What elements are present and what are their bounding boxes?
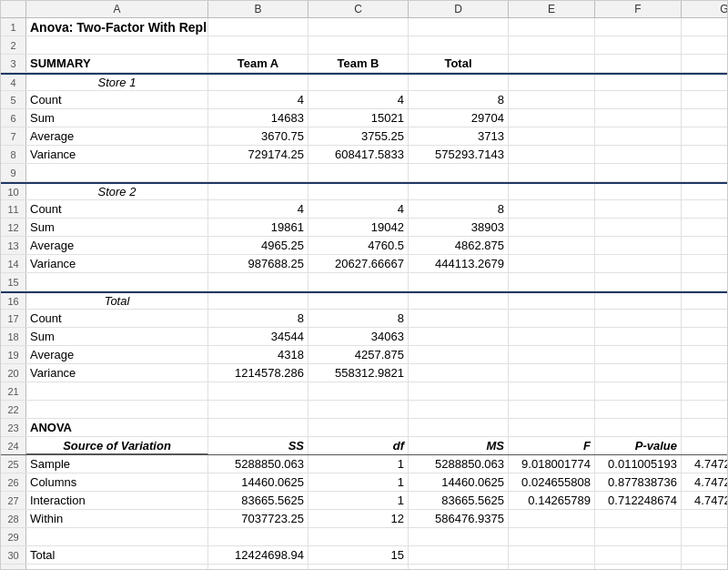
- cell-8-A[interactable]: Variance: [26, 146, 208, 163]
- cell-26-B[interactable]: 14460.0625: [208, 473, 308, 491]
- cell-10-G[interactable]: [682, 184, 728, 199]
- cell-6-G[interactable]: [682, 109, 728, 127]
- cell-4-A[interactable]: Store 1: [26, 75, 208, 90]
- cell-25-A[interactable]: Sample: [26, 455, 208, 473]
- cell-10-A[interactable]: Store 2: [26, 184, 208, 199]
- cell-29-E[interactable]: [509, 528, 595, 545]
- cell-7-B[interactable]: 3670.75: [208, 127, 308, 145]
- cell-16-G[interactable]: [682, 293, 728, 309]
- cell-7-A[interactable]: Average: [26, 127, 208, 145]
- cell-24-A[interactable]: Source of Variation: [26, 437, 208, 454]
- cell-2-F[interactable]: [595, 36, 682, 54]
- cell-17-C[interactable]: 8: [308, 310, 409, 327]
- cell-23-A[interactable]: ANOVA: [26, 419, 208, 436]
- cell-26-D[interactable]: 14460.0625: [409, 473, 509, 491]
- cell-8-F[interactable]: [595, 146, 682, 163]
- cell-20-F[interactable]: [595, 364, 682, 382]
- cell-19-F[interactable]: [595, 346, 682, 363]
- cell-28-E[interactable]: [509, 510, 595, 527]
- cell-11-D[interactable]: 8: [409, 200, 509, 218]
- cell-2-A[interactable]: [26, 36, 208, 54]
- cell-4-E[interactable]: [509, 75, 595, 90]
- cell-1-D[interactable]: [409, 18, 509, 36]
- cell-8-G[interactable]: [682, 146, 728, 163]
- cell-1-A[interactable]: Anova: Two-Factor With Replication: [26, 18, 208, 36]
- cell-19-E[interactable]: [509, 346, 595, 363]
- cell-28-C[interactable]: 12: [308, 510, 409, 527]
- cell-11-B[interactable]: 4: [208, 200, 308, 218]
- cell-19-B[interactable]: 4318: [208, 346, 308, 363]
- cell-7-E[interactable]: [509, 127, 595, 145]
- cell-7-F[interactable]: [595, 127, 682, 145]
- cell-3-E[interactable]: [509, 55, 595, 72]
- cell-7-G[interactable]: [682, 127, 728, 145]
- cell-1-E[interactable]: [509, 18, 595, 36]
- cell-21-C[interactable]: [308, 382, 409, 400]
- cell-16-B[interactable]: [208, 293, 308, 309]
- cell-27-G[interactable]: 4.747225347: [682, 492, 728, 509]
- cell-9-E[interactable]: [509, 164, 595, 181]
- cell-27-F[interactable]: 0.712248674: [595, 492, 682, 509]
- cell-14-D[interactable]: 444113.2679: [409, 255, 509, 272]
- cell-27-B[interactable]: 83665.5625: [208, 492, 308, 509]
- cell-21-A[interactable]: [26, 382, 208, 400]
- cell-29-B[interactable]: [208, 528, 308, 545]
- cell-17-A[interactable]: Count: [26, 310, 208, 327]
- cell-13-A[interactable]: Average: [26, 237, 208, 254]
- cell-31-G[interactable]: [682, 565, 728, 570]
- cell-15-A[interactable]: [26, 273, 208, 290]
- cell-14-G[interactable]: [682, 255, 728, 272]
- cell-1-F[interactable]: [595, 18, 682, 36]
- cell-23-G[interactable]: [682, 419, 728, 436]
- cell-6-E[interactable]: [509, 109, 595, 127]
- cell-13-C[interactable]: 4760.5: [308, 237, 409, 254]
- cell-11-F[interactable]: [595, 200, 682, 218]
- cell-6-F[interactable]: [595, 109, 682, 127]
- cell-10-B[interactable]: [208, 184, 308, 199]
- cell-10-F[interactable]: [595, 184, 682, 199]
- cell-21-F[interactable]: [595, 382, 682, 400]
- cell-8-C[interactable]: 608417.5833: [308, 146, 409, 163]
- cell-17-D[interactable]: [409, 310, 509, 327]
- cell-28-G[interactable]: [682, 510, 728, 527]
- cell-10-D[interactable]: [409, 184, 509, 199]
- cell-20-C[interactable]: 558312.9821: [308, 364, 409, 382]
- cell-30-D[interactable]: [409, 546, 509, 564]
- cell-20-D[interactable]: [409, 364, 509, 382]
- cell-11-G[interactable]: [682, 200, 728, 218]
- cell-30-G[interactable]: [682, 546, 728, 564]
- cell-30-B[interactable]: 12424698.94: [208, 546, 308, 564]
- cell-8-E[interactable]: [509, 146, 595, 163]
- cell-9-C[interactable]: [308, 164, 409, 181]
- cell-2-G[interactable]: [682, 36, 728, 54]
- cell-25-D[interactable]: 5288850.063: [409, 455, 509, 473]
- cell-30-E[interactable]: [509, 546, 595, 564]
- cell-26-G[interactable]: 4.747225347: [682, 473, 728, 491]
- cell-24-D[interactable]: MS: [409, 437, 509, 454]
- cell-27-D[interactable]: 83665.5625: [409, 492, 509, 509]
- cell-4-F[interactable]: [595, 75, 682, 90]
- cell-24-G[interactable]: F crit: [682, 437, 728, 454]
- cell-24-E[interactable]: F: [509, 437, 595, 454]
- cell-7-D[interactable]: 3713: [409, 127, 509, 145]
- cell-3-D[interactable]: Total: [409, 55, 509, 72]
- cell-22-A[interactable]: [26, 401, 208, 418]
- cell-23-D[interactable]: [409, 419, 509, 436]
- cell-18-A[interactable]: Sum: [26, 328, 208, 345]
- cell-14-A[interactable]: Variance: [26, 255, 208, 272]
- cell-21-G[interactable]: [682, 382, 728, 400]
- cell-20-E[interactable]: [509, 364, 595, 382]
- cell-28-D[interactable]: 586476.9375: [409, 510, 509, 527]
- cell-30-C[interactable]: 15: [308, 546, 409, 564]
- cell-5-G[interactable]: [682, 91, 728, 108]
- cell-5-B[interactable]: 4: [208, 91, 308, 108]
- cell-15-C[interactable]: [308, 273, 409, 290]
- cell-19-D[interactable]: [409, 346, 509, 363]
- cell-5-C[interactable]: 4: [308, 91, 409, 108]
- cell-2-C[interactable]: [308, 36, 409, 54]
- cell-21-B[interactable]: [208, 382, 308, 400]
- cell-10-E[interactable]: [509, 184, 595, 199]
- cell-25-E[interactable]: 9.018001774: [509, 455, 595, 473]
- cell-16-D[interactable]: [409, 293, 509, 309]
- cell-23-C[interactable]: [308, 419, 409, 436]
